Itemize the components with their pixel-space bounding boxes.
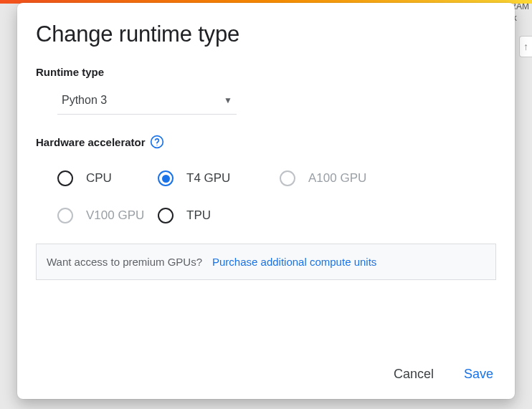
dialog-title: Change runtime type — [36, 21, 496, 47]
radio-t4-gpu[interactable]: T4 GPU — [158, 170, 280, 186]
radio-cpu[interactable]: CPU — [57, 170, 158, 186]
change-runtime-dialog: Change runtime type Runtime type Python … — [17, 3, 515, 399]
runtime-type-label: Runtime type — [36, 66, 496, 78]
radio-icon — [158, 208, 174, 223]
hardware-accelerator-radios: CPU T4 GPU A100 GPU V100 GPU TPU — [57, 170, 496, 223]
cancel-button[interactable]: Cancel — [391, 362, 437, 386]
radio-label: V100 GPU — [86, 208, 144, 223]
radio-icon — [280, 170, 295, 186]
radio-icon — [57, 208, 73, 223]
hardware-accelerator-label: Hardware accelerator — [36, 135, 496, 149]
radio-label: CPU — [86, 171, 112, 186]
promo-text: Want access to premium GPUs? — [47, 256, 202, 268]
arrow-up-icon: ↑ — [523, 41, 528, 52]
purchase-compute-units-link[interactable]: Purchase additional compute units — [212, 256, 376, 268]
radio-tpu[interactable]: TPU — [158, 208, 280, 223]
radio-a100-gpu: A100 GPU — [280, 170, 402, 186]
radio-icon — [57, 170, 73, 186]
runtime-type-select[interactable]: Python 3 ▼ — [57, 84, 237, 115]
radio-label: T4 GPU — [186, 171, 230, 186]
hardware-accelerator-text: Hardware accelerator — [36, 136, 146, 148]
dialog-actions: Cancel Save — [36, 348, 496, 386]
svg-point-0 — [151, 136, 163, 148]
radio-label: A100 GPU — [308, 171, 366, 186]
bg-upload-button[interactable]: ↑ — [519, 36, 532, 57]
radio-v100-gpu: V100 GPU — [57, 208, 158, 223]
runtime-type-selected: Python 3 — [62, 94, 107, 107]
save-button[interactable]: Save — [461, 362, 496, 386]
premium-gpu-promo: Want access to premium GPUs? Purchase ad… — [36, 244, 496, 280]
radio-label: TPU — [186, 208, 211, 223]
radio-icon — [158, 170, 174, 186]
svg-point-1 — [156, 145, 157, 145]
help-icon[interactable] — [150, 135, 164, 149]
chevron-down-icon: ▼ — [224, 95, 232, 105]
